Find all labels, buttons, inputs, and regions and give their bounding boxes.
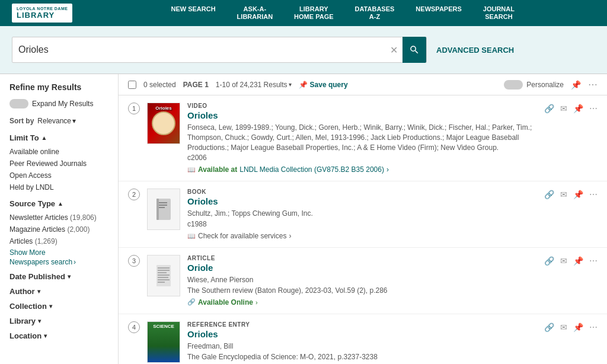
search-button[interactable] xyxy=(402,37,426,63)
result-date-3: The Southern review (Baton Rouge), 2023-… xyxy=(187,286,537,295)
result-date-4: The Gale Encyclopedia of Science: M-O, 2… xyxy=(187,353,537,361)
email-icon-2[interactable]: ✉ xyxy=(560,190,567,199)
logo[interactable]: LOYOLA NOTRE DAME LIBRARY xyxy=(12,4,72,23)
result-date-2: c1988 xyxy=(187,220,537,228)
filter-available-online[interactable]: Available online xyxy=(9,146,108,158)
filter-magazine[interactable]: Magazine Articles (2,000) xyxy=(9,223,108,235)
newspapers-arrow-icon: › xyxy=(74,258,76,266)
email-icon-1[interactable]: ✉ xyxy=(560,104,567,113)
more-icon-3[interactable]: ⋯ xyxy=(589,256,598,266)
advanced-search-link[interactable]: ADVANCED SEARCH xyxy=(436,46,514,55)
result-num-1: 1 xyxy=(128,103,140,114)
location-caret-icon: ▾ xyxy=(44,333,47,339)
link-icon-4[interactable]: 🔗 xyxy=(544,323,554,332)
result-type-4: REFERENCE ENTRY xyxy=(187,321,537,328)
limit-to-caret-icon[interactable]: ▲ xyxy=(41,135,47,141)
sort-by-label: Sort by xyxy=(9,117,34,125)
filter-open-access[interactable]: Open Access xyxy=(9,170,108,181)
collection-section[interactable]: Collection ▾ xyxy=(9,302,108,311)
pin-icon-4[interactable]: 📌 xyxy=(573,323,583,332)
email-icon-4[interactable]: ✉ xyxy=(560,323,567,332)
nav-bar: NEW SEARCH ASK-A- LIBRARIAN LIBRARY HOME… xyxy=(90,5,595,21)
filter-newsletter[interactable]: Newsletter Articles (19,806) xyxy=(9,212,108,223)
location-section[interactable]: Location ▾ xyxy=(9,331,108,340)
result-authors-1: Fonseca, Lew, 1899-1989.; Young, Dick.; … xyxy=(187,123,537,152)
nav-new-search[interactable]: NEW SEARCH xyxy=(160,5,226,21)
result-title-3[interactable]: Oriole xyxy=(187,263,537,273)
svg-rect-10 xyxy=(158,277,168,278)
pin-icon-3[interactable]: 📌 xyxy=(573,256,583,266)
pin-icon-1[interactable]: 📌 xyxy=(573,104,583,113)
pin-icon-2[interactable]: 📌 xyxy=(573,190,583,199)
personalize-toggle[interactable] xyxy=(504,80,523,90)
result-body-4: REFERENCE ENTRY Orioles Freedman, Bill T… xyxy=(187,321,537,364)
filter-peer-reviewed[interactable]: Peer Reviewed Journals xyxy=(9,158,108,170)
sidebar: Refine my Results Expand My Results Sort… xyxy=(0,74,119,364)
result-item-3: 3 ARTICLE Oriole Wiese, Anne Pierson xyxy=(119,248,607,314)
result-num-3: 3 xyxy=(128,255,140,267)
expand-results-toggle[interactable] xyxy=(9,99,28,108)
show-more-link[interactable]: Show More xyxy=(9,248,108,257)
result-date-1: c2006 xyxy=(187,154,537,162)
location-arrow-icon: › xyxy=(386,165,389,174)
result-body-2: BOOK Orioles Schultz, Jim.; Topps Chewin… xyxy=(187,189,537,240)
link-icon-2[interactable]: 🔗 xyxy=(544,190,554,199)
results-toolbar: 0 selected PAGE 1 1-10 of 24,231 Results… xyxy=(119,74,607,95)
book-placeholder-icon xyxy=(154,197,173,221)
library-section[interactable]: Library ▾ xyxy=(9,317,108,325)
author-section[interactable]: Author ▾ xyxy=(9,287,108,296)
toolbar-more-icon[interactable]: ⋯ xyxy=(588,79,598,90)
results-count-chevron-icon[interactable]: ▾ xyxy=(289,81,292,88)
result-title-2[interactable]: Orioles xyxy=(187,196,537,206)
newspapers-search-link[interactable]: Newspapers search › xyxy=(9,258,108,266)
nav-journal-search[interactable]: JOURNAL SEARCH xyxy=(472,5,525,21)
result-num-2: 2 xyxy=(128,189,140,200)
toolbar-pin-icon[interactable]: 📌 xyxy=(571,80,581,90)
result-thumb-4: SCIENCE xyxy=(147,321,180,363)
link-icon-3[interactable]: 🔗 xyxy=(544,256,554,266)
svg-rect-12 xyxy=(158,282,165,283)
more-icon-2[interactable]: ⋯ xyxy=(589,190,598,199)
svg-rect-7 xyxy=(158,270,170,271)
link-small-icon: 🔗 xyxy=(187,298,196,306)
result-thumb-3 xyxy=(147,255,180,296)
save-query-button[interactable]: 📌 Save query xyxy=(299,81,348,89)
source-type-caret-icon[interactable]: ▲ xyxy=(57,200,63,207)
svg-rect-4 xyxy=(159,207,165,208)
more-icon-1[interactable]: ⋯ xyxy=(589,104,598,113)
expand-toggle: Expand My Results xyxy=(9,99,108,108)
date-published-section[interactable]: Date Published ▾ xyxy=(9,272,108,281)
result-available-1: 📖 Available at LNDL Media Collection (GV… xyxy=(187,165,537,174)
result-body-1: VIDEO Orioles Fonseca, Lew, 1899-1989.; … xyxy=(187,103,537,174)
search-box: ✕ xyxy=(12,37,427,63)
filter-held-by-lndl[interactable]: Held by LNDL xyxy=(9,181,108,193)
result-title-4[interactable]: Orioles xyxy=(187,329,537,339)
sort-select[interactable]: Relevance ▾ xyxy=(37,117,76,125)
main-content: Refine my Results Expand My Results Sort… xyxy=(0,74,607,364)
personalize-label: Personalize xyxy=(526,81,564,89)
page-info: PAGE 1 xyxy=(183,81,209,89)
search-input[interactable] xyxy=(18,44,390,55)
result-location-link-1[interactable]: LNDL Media Collection (GV875.B2 B35 2006… xyxy=(239,165,384,174)
result-check-2: 📖 Check for available services › xyxy=(187,232,537,240)
nav-ask-librarian[interactable]: ASK-A- LIBRARIAN xyxy=(226,5,284,21)
filter-articles[interactable]: Articles (1,269) xyxy=(9,235,108,247)
sort-chevron-icon: ▾ xyxy=(72,117,76,125)
link-icon-1[interactable]: 🔗 xyxy=(544,104,554,113)
select-all-checkbox[interactable] xyxy=(128,81,136,89)
results-area: 0 selected PAGE 1 1-10 of 24,231 Results… xyxy=(119,74,607,364)
results-count: 1-10 of 24,231 Results ▾ xyxy=(216,81,292,89)
nav-databases[interactable]: DATABASES A-Z xyxy=(344,5,405,21)
more-icon-4[interactable]: ⋯ xyxy=(589,323,598,332)
sidebar-title: Refine my Results xyxy=(9,82,108,92)
nav-newspapers[interactable]: NEWSPAPERS xyxy=(405,5,472,21)
svg-rect-3 xyxy=(159,205,167,206)
check-services-link-2[interactable]: Check for available services xyxy=(198,232,286,240)
result-item-2: 2 BOOK Orioles Schultz, Jim.; Topps Chew… xyxy=(119,181,607,248)
email-icon-3[interactable]: ✉ xyxy=(560,256,567,266)
clear-search-icon[interactable]: ✕ xyxy=(390,44,398,56)
nav-library-home[interactable]: LIBRARY HOME PAGE xyxy=(283,5,344,21)
date-published-caret-icon: ▾ xyxy=(68,273,71,280)
result-thumb-1: Orioles xyxy=(147,103,180,144)
result-title-1[interactable]: Orioles xyxy=(187,110,537,120)
